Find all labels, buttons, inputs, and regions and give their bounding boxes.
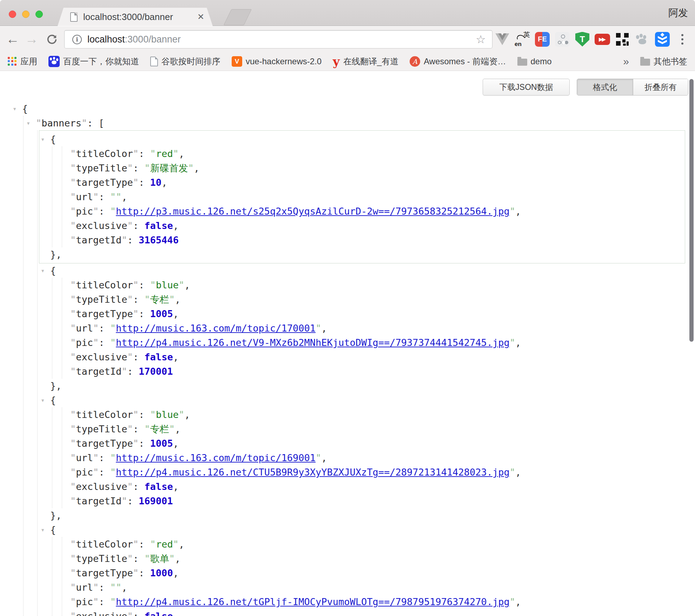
json-boolean: false: [144, 352, 173, 362]
shield-icon: T: [575, 32, 589, 47]
json-jp: :: [99, 582, 110, 593]
json-key: pic: [76, 596, 93, 607]
json-property-targetId: "targetId": 169001: [0, 494, 695, 508]
json-jq: ": [93, 452, 99, 463]
json-jqs: ": [188, 163, 194, 173]
format-button[interactable]: 格式化: [577, 79, 633, 95]
json-jp: ,: [515, 337, 521, 348]
expand-toggle-icon[interactable]: ▾: [41, 523, 45, 537]
json-property-url: "url": "http://music.163.com/m/topic/170…: [0, 321, 695, 335]
bookmark-star-icon[interactable]: ☆: [476, 33, 486, 46]
json-jq: ": [70, 582, 76, 593]
expand-toggle-icon[interactable]: ▾: [41, 132, 45, 146]
reload-button[interactable]: [44, 26, 60, 52]
collapse-all-button[interactable]: 折叠所有: [633, 79, 688, 95]
json-link[interactable]: http://music.163.com/m/topic/169001: [116, 452, 316, 463]
address-bar[interactable]: i localhost:3000/banner ☆: [64, 30, 492, 48]
expand-toggle-icon[interactable]: ▾: [13, 101, 16, 116]
translate-icon[interactable]: 英 en: [515, 32, 530, 47]
bookmarks-overflow-chevron[interactable]: »: [623, 55, 629, 67]
minimize-window-button[interactable]: [22, 11, 29, 18]
awesomes-icon: A: [410, 56, 420, 67]
qrcode-icon[interactable]: [615, 32, 630, 47]
other-bookmarks[interactable]: 其他书签: [640, 56, 687, 67]
json-property-targetType: "targetType": 1005,: [0, 436, 695, 451]
download-json-button[interactable]: 下载JSON数据: [483, 79, 570, 96]
json-number: 3165446: [139, 235, 179, 245]
json-link[interactable]: http://music.163.com/m/topic/170001: [116, 323, 316, 334]
sitemap-icon[interactable]: [555, 32, 570, 47]
json-key: exclusive: [76, 481, 127, 492]
json-link[interactable]: http://p3.music.126.net/s25q2x5QyqsAzilC…: [116, 206, 510, 217]
fehelper-icon[interactable]: FE: [535, 32, 550, 47]
json-jq: ": [127, 163, 133, 173]
browser-menu-icon[interactable]: [675, 32, 690, 47]
vue-devtools-icon[interactable]: [495, 32, 510, 47]
paw-glyph-icon: [638, 39, 646, 44]
video-speed-icon[interactable]: ▶▶: [595, 32, 610, 47]
bookmark-apps[interactable]: 应用: [8, 56, 37, 67]
json-property-exclusive: "exclusive": false,: [0, 479, 695, 494]
json-jbrace: }: [50, 249, 56, 260]
json-banners-key: ▾"banners": [: [0, 116, 695, 130]
json-property-titleColor: "titleColor": "blue",: [0, 278, 695, 292]
json-jqs: ": [510, 596, 515, 607]
json-link[interactable]: http://p4.music.126.net/V9-MXz6b2MNhEKju…: [116, 337, 510, 348]
expand-toggle-icon[interactable]: ▾: [41, 263, 45, 278]
json-property-titleColor: "titleColor": "red",: [39, 146, 685, 161]
new-tab-button[interactable]: [224, 9, 252, 25]
profile-name[interactable]: 阿发: [668, 6, 688, 20]
json-jp: :: [99, 337, 110, 348]
bookmarks-bar: 应用 百度一下，你就知道 谷歌按时间排序 V vue-hackernews-2.…: [0, 52, 695, 71]
tampermonkey-icon[interactable]: T: [575, 32, 590, 47]
json-jq: ": [70, 337, 76, 348]
close-window-button[interactable]: [9, 11, 16, 18]
tab-close-icon[interactable]: ✕: [197, 12, 204, 22]
json-property-pic: "pic": "http://p3.music.126.net/s25q2x5Q…: [39, 204, 685, 218]
bookmark-youdao[interactable]: y 在线翻译_有道: [333, 56, 398, 67]
fullscreen-window-button[interactable]: [35, 11, 43, 18]
json-jp: ,: [173, 568, 179, 578]
json-key: targetId: [76, 366, 121, 377]
bookmark-demo-folder[interactable]: demo: [517, 57, 552, 66]
browser-tab[interactable]: localhost:3000/banner ✕: [58, 8, 213, 26]
highlight-box: ▾{"titleColor": "red","typeTitle": "新碟首发…: [39, 130, 685, 263]
json-boolean: false: [144, 611, 173, 616]
vue-logo-icon: [495, 33, 509, 45]
json-string: red: [156, 148, 173, 159]
json-jqs: ": [173, 539, 179, 550]
json-jp: :: [99, 467, 110, 478]
json-jp: ,: [173, 438, 179, 449]
baidu-paw-icon: [48, 56, 60, 67]
back-button[interactable]: ←: [5, 26, 20, 52]
expand-toggle-icon[interactable]: ▾: [41, 393, 45, 407]
json-jq: ": [127, 220, 133, 231]
paw-icon[interactable]: [635, 32, 650, 47]
json-jq: ": [121, 366, 127, 377]
page-content: 下载JSON数据 格式化 折叠所有 ▾{▾"banners": [▾{"titl…: [0, 71, 695, 616]
json-link[interactable]: http://p4.music.126.net/CTU5B9R9y3XyYBZX…: [116, 467, 510, 478]
json-jq: ": [133, 409, 139, 420]
json-jq: ": [93, 323, 99, 334]
json-jqs: ": [169, 424, 175, 434]
json-string: red: [156, 539, 173, 550]
json-jqs: ": [150, 539, 156, 550]
json-jqs: ": [110, 323, 116, 334]
bookmark-google-sort[interactable]: 谷歌按时间排序: [150, 56, 220, 67]
json-jq: ": [70, 409, 76, 420]
bookmark-baidu[interactable]: 百度一下，你就知道: [48, 56, 139, 67]
bookmark-vue-hackernews[interactable]: V vue-hackernews-2.0: [232, 56, 322, 67]
other-bookmarks-label: 其他书签: [654, 56, 687, 67]
expand-toggle-icon[interactable]: ▾: [26, 116, 30, 130]
json-jp: :: [99, 452, 110, 463]
json-property-pic: "pic": "http://p4.music.126.net/CTU5B9R9…: [0, 465, 695, 479]
tab-strip: localhost:3000/banner ✕ 阿发: [0, 0, 695, 26]
json-jp: ,: [56, 510, 61, 521]
json-jqs: ": [110, 596, 116, 607]
json-link[interactable]: http://p4.music.126.net/tGPljf-IMOCyPvum…: [116, 596, 510, 607]
json-jp: ,: [161, 177, 167, 188]
juejin-icon[interactable]: [655, 32, 670, 47]
view-mode-button-group: 格式化 折叠所有: [577, 79, 688, 96]
page-info-icon[interactable]: i: [72, 35, 82, 44]
bookmark-awesomes[interactable]: A Awesomes - 前端资…: [410, 56, 506, 67]
